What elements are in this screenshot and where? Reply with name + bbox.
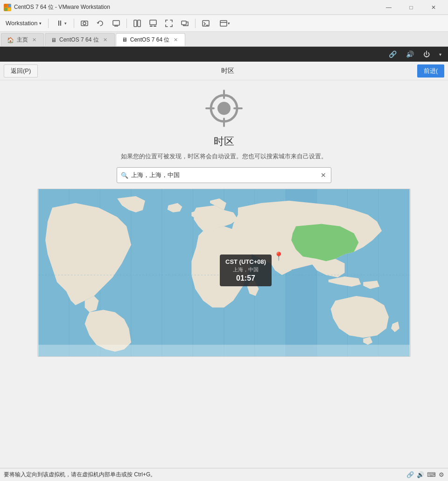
svg-point-5 [83, 22, 86, 25]
vm2-icon: 🖥 [122, 36, 127, 43]
section-title: 时区 [214, 134, 234, 149]
fullscreen-icon [165, 19, 173, 28]
world-map-svg [38, 189, 410, 356]
search-box: 🔍 ✕ [117, 167, 331, 183]
forward-button[interactable]: 前进( [417, 64, 444, 78]
svg-point-19 [217, 102, 231, 115]
tab-bar: 🏠 主页 ✕ 🖥 CentOS 7 64 位 ✕ 🖥 CentOS 7 64 位… [0, 32, 448, 47]
vm-inner: 返回(P) 时区 前进( 时区 如果您的位置可被发现，时区将会自动设置。您也可以… [0, 62, 448, 468]
normal-view-button[interactable] [130, 17, 145, 30]
tab-vm1-label: CentOS 7 64 位 [59, 36, 99, 44]
resize-icon [181, 19, 189, 28]
toolbar-separator-1 [48, 19, 49, 28]
svg-rect-3 [8, 8, 11, 11]
tab-home-close[interactable]: ✕ [31, 36, 38, 43]
pause-icon: ⏸ [56, 19, 63, 28]
settings-arrow: ▾ [228, 21, 230, 26]
city-search-input[interactable] [131, 172, 320, 179]
workstation-menu[interactable]: Workstation ▾ [2, 17, 45, 30]
tab-vm-2[interactable]: 🖥 CentOS 7 64 位 ✕ [116, 33, 186, 46]
tab-vm1-close[interactable]: ✕ [102, 36, 109, 43]
svg-rect-2 [4, 8, 7, 11]
settings-icon [219, 19, 228, 28]
timezone-icon-wrap [205, 90, 243, 129]
timezone-icon [205, 90, 243, 127]
svg-rect-10 [150, 20, 156, 25]
status-icons: 🔗 🔊 ⌨ ⚙ [406, 471, 444, 478]
menu-bar: Workstation ▾ ⏸ ▾ [0, 15, 448, 32]
toolbar-separator-4 [195, 19, 196, 28]
back-button[interactable]: 返回(P) [4, 64, 38, 78]
revert-icon [96, 19, 105, 28]
installer-nav-title: 时区 [40, 67, 415, 75]
suspend-icon [112, 19, 120, 28]
tab-home[interactable]: 🏠 主页 ✕ [1, 33, 44, 46]
sys-audio-icon: 🔊 [417, 471, 424, 478]
console-button[interactable] [198, 17, 213, 30]
tab-home-label: 主页 [17, 36, 28, 44]
search-clear-button[interactable]: ✕ [320, 170, 327, 180]
window-controls: — □ ✕ [378, 1, 444, 14]
pause-button[interactable]: ⏸ ▾ [51, 17, 71, 30]
revert-button[interactable] [93, 17, 108, 30]
svg-rect-11 [150, 26, 153, 27]
sys-settings-icon: ⚙ [439, 471, 444, 478]
unity-view-icon [149, 19, 157, 28]
close-button[interactable]: ✕ [423, 1, 444, 14]
svg-rect-8 [134, 20, 137, 27]
snapshot-icon [80, 19, 89, 28]
workstation-arrow: ▾ [39, 21, 42, 26]
svg-rect-0 [4, 4, 7, 7]
volume-icon[interactable]: 🔊 [403, 50, 417, 59]
resize-button[interactable] [177, 17, 192, 30]
vm-control-bar: 🔗 🔊 ⏻ ▾ [0, 47, 448, 62]
sys-usb-icon: ⌨ [427, 471, 436, 478]
fullscreen-button[interactable] [161, 17, 176, 30]
location-pin: 📍 [273, 251, 284, 262]
console-icon [202, 19, 210, 28]
power-icon[interactable]: ⏻ [420, 50, 433, 59]
svg-rect-1 [8, 4, 11, 7]
home-icon: 🏠 [7, 37, 14, 43]
search-icon: 🔍 [121, 172, 128, 179]
unity-view-button[interactable] [146, 17, 161, 30]
maximize-button[interactable]: □ [400, 1, 422, 14]
power-arrow[interactable]: ▾ [436, 51, 444, 58]
normal-view-icon [133, 19, 141, 28]
network-icon[interactable]: 🔗 [386, 50, 399, 59]
installer-topbar: 返回(P) 时区 前进( [0, 62, 448, 80]
vm1-icon: 🖥 [51, 37, 56, 43]
status-text: 要将输入定向到该虚拟机，请在虚拟机内部单击或按 Ctrl+G。 [4, 471, 156, 479]
world-map-container[interactable]: CST (UTC+08) 上海，中国 01:57 📍 [37, 189, 411, 357]
toolbar-separator-3 [126, 19, 127, 28]
svg-rect-16 [220, 21, 227, 26]
svg-rect-6 [113, 21, 119, 25]
section-desc: 如果您的位置可被发现，时区将会自动设置。您也可以搜索城市来自己设置。 [121, 152, 327, 161]
svg-rect-13 [182, 21, 186, 25]
window-title: CentOS 7 64 位 - VMware Workstation [14, 3, 378, 11]
sys-network-icon: 🔗 [406, 471, 414, 478]
tab-vm-1[interactable]: 🖥 CentOS 7 64 位 ✕ [45, 33, 115, 46]
status-bar: 要将输入定向到该虚拟机，请在虚拟机内部单击或按 Ctrl+G。 🔗 🔊 ⌨ ⚙ [0, 468, 448, 481]
toolbar-separator-2 [74, 19, 74, 28]
vm-content: 返回(P) 时区 前进( 时区 如果您的位置可被发现，时区将会自动设置。您也可以… [0, 62, 448, 468]
tab-vm2-close[interactable]: ✕ [172, 36, 179, 43]
pause-arrow: ▾ [64, 21, 67, 26]
svg-rect-12 [154, 26, 156, 27]
app-icon [4, 4, 11, 11]
settings-button[interactable]: ▾ [214, 17, 235, 30]
tab-vm2-label: CentOS 7 64 位 [130, 36, 170, 44]
title-bar: CentOS 7 64 位 - VMware Workstation — □ ✕ [0, 0, 448, 15]
snapshot-button[interactable] [77, 17, 92, 30]
minimize-button[interactable]: — [378, 1, 399, 14]
suspend-button[interactable] [109, 17, 124, 30]
svg-rect-9 [138, 20, 140, 27]
installer-body: 时区 如果您的位置可被发现，时区将会自动设置。您也可以搜索城市来自己设置。 🔍 … [0, 80, 448, 468]
